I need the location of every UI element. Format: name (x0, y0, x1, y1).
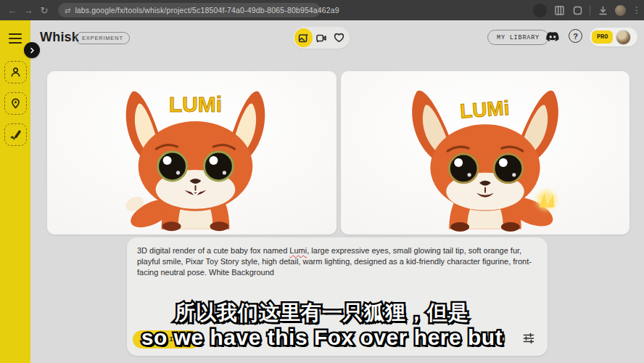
browser-profile-avatar[interactable] (615, 5, 626, 16)
sidebar-subject-button[interactable] (4, 61, 27, 83)
browser-refresh-icon[interactable]: ↻ (36, 2, 52, 18)
video-camera-icon (315, 33, 327, 44)
add-image-label: ADD IMAGE (152, 336, 191, 343)
user-avatar (616, 30, 631, 45)
pro-badge: PRO (592, 30, 613, 44)
discord-icon (545, 31, 560, 43)
browser-extensions-icon[interactable] (571, 4, 583, 16)
aspect-ratio-button[interactable] (493, 333, 505, 347)
generated-image-left[interactable]: LUMi (47, 71, 337, 234)
fox-name-text: LUMi (459, 97, 510, 123)
whisk-app: Whisk EXPERIMENT MY LIBRARY ? PRO LUMi (0, 20, 644, 363)
prompt-text-before: 3D digital render of a cute baby fox nam… (137, 246, 289, 255)
location-pin-icon (9, 97, 22, 110)
browser-toolbar: ← → ↻ ⇄ labs.google/fx/tools/whisk/proje… (0, 0, 644, 20)
prompt-flagged-word: Lumi (289, 246, 307, 255)
url-text: labs.google/fx/tools/whisk/project/5c185… (75, 6, 339, 15)
heart-icon (334, 33, 344, 43)
browser-grid-icon[interactable] (553, 4, 565, 16)
sidebar-expand-button[interactable] (24, 42, 40, 58)
toolbar-divider (590, 6, 590, 15)
help-button[interactable]: ? (569, 29, 582, 43)
style-pencil-icon (9, 129, 22, 141)
person-icon (9, 66, 22, 78)
mode-favorites-button[interactable] (330, 28, 348, 47)
mode-switcher (293, 27, 350, 49)
account-button[interactable]: PRO (590, 28, 637, 46)
fox-name-text: LUMi (169, 92, 222, 116)
fox-illustration-right: LUMi (341, 71, 629, 234)
generated-image-right[interactable]: LUMi (341, 71, 629, 234)
prompt-card[interactable]: 3D digital render of a cute baby fox nam… (127, 237, 548, 356)
mode-video-button[interactable] (313, 28, 331, 47)
site-permissions-icon: ⇄ (65, 7, 70, 15)
aspect-ratio-icon (493, 333, 505, 344)
discord-button[interactable] (545, 29, 561, 45)
page-title: Whisk (40, 30, 79, 45)
browser-extension-circle-icon[interactable] (533, 4, 547, 17)
mode-image-button[interactable] (294, 28, 313, 47)
experiment-badge: EXPERIMENT (75, 32, 130, 44)
sidebar-style-button[interactable] (4, 123, 27, 146)
sidebar-scene-button[interactable] (4, 92, 27, 115)
menu-icon[interactable] (9, 33, 22, 44)
my-library-button[interactable]: MY LIBRARY (487, 30, 549, 45)
mouse-cursor (401, 313, 411, 330)
browser-forward-icon[interactable]: → (20, 2, 36, 18)
question-mark-icon: ? (573, 32, 578, 41)
add-image-button[interactable]: ADD IMAGE (133, 330, 200, 348)
chevron-right-icon (29, 47, 36, 54)
browser-back-icon[interactable]: ← (4, 2, 20, 18)
screen: ← → ↻ ⇄ labs.google/fx/tools/whisk/proje… (0, 0, 644, 363)
address-bar[interactable]: ⇄ labs.google/fx/tools/whisk/project/5c1… (58, 3, 321, 17)
settings-tune-button[interactable] (523, 333, 534, 347)
chevron-right-icon (142, 336, 148, 343)
image-sparkle-icon (298, 33, 309, 44)
browser-download-icon[interactable] (597, 4, 608, 16)
fox-illustration-left: LUMi (47, 71, 337, 234)
browser-menu-icon[interactable]: ⋮ (632, 5, 641, 15)
prompt-text[interactable]: 3D digital render of a cute baby fox nam… (137, 245, 534, 279)
tune-sliders-icon (523, 333, 534, 344)
sidebar (0, 20, 30, 363)
